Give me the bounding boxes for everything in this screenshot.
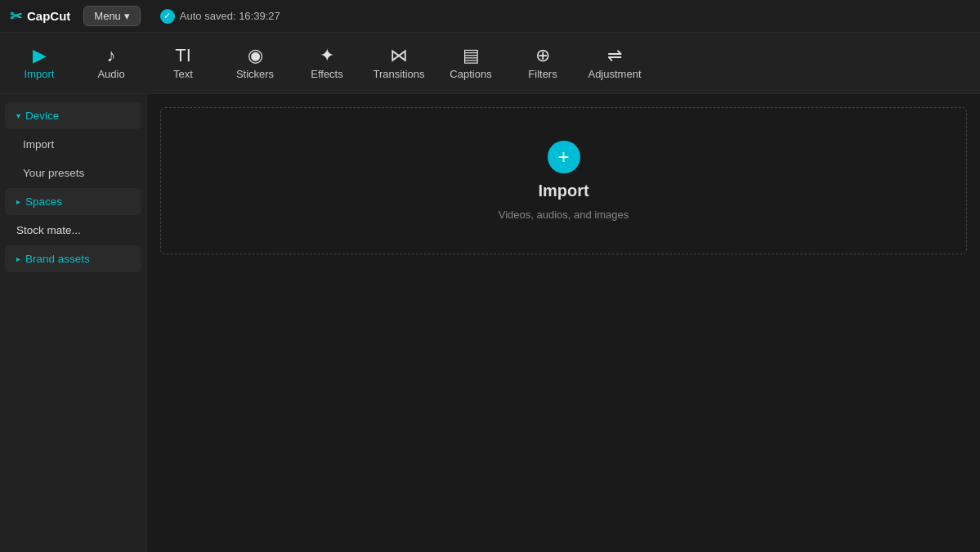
nav-label-adjustment: Adjustment <box>588 68 641 80</box>
sidebar-item-spaces[interactable]: ▸Spaces <box>5 188 141 215</box>
nav-label-captions: Captions <box>450 68 491 80</box>
nav-label-filters: Filters <box>528 68 557 80</box>
nav-item-text[interactable]: TIText <box>147 33 219 94</box>
adjustment-icon: ⇌ <box>607 47 622 65</box>
import-zone[interactable]: + Import Videos, audios, and images <box>160 107 967 254</box>
transitions-icon: ⋈ <box>390 47 408 65</box>
menu-label: Menu <box>94 10 121 22</box>
nav-label-effects: Effects <box>311 68 343 80</box>
arrow-icon-device: ▾ <box>16 111 20 120</box>
filters-icon: ⊕ <box>535 47 550 65</box>
logo-icon: ✂ <box>10 7 22 25</box>
import-area: + Import Videos, audios, and images <box>147 94 980 552</box>
logo: ✂ CapCut <box>10 7 70 25</box>
nav-label-text: Text <box>173 68 193 80</box>
arrow-icon-brand-assets: ▸ <box>16 254 20 263</box>
sidebar-item-import-sub[interactable]: Import <box>5 131 141 158</box>
menu-arrow-icon: ▾ <box>124 10 130 22</box>
sidebar-label-device: Device <box>25 110 59 122</box>
nav-item-stickers[interactable]: ◉Stickers <box>219 33 291 94</box>
nav-item-captions[interactable]: ▤Captions <box>435 33 507 94</box>
import-icon: ▶ <box>33 47 47 65</box>
sidebar-item-your-presets[interactable]: Your presets <box>5 159 141 186</box>
sidebar-item-brand-assets[interactable]: ▸Brand assets <box>5 245 141 272</box>
nav-item-transitions[interactable]: ⋈Transitions <box>363 33 435 94</box>
effects-icon: ✦ <box>320 47 334 65</box>
nav-item-import[interactable]: ▶Import <box>3 33 75 94</box>
logo-text: CapCut <box>27 9 70 23</box>
import-subtitle: Videos, audios, and images <box>499 209 629 221</box>
nav-label-transitions: Transitions <box>373 68 424 80</box>
sidebar: ▾DeviceImportYour presets▸SpacesStock ma… <box>0 94 147 552</box>
nav-item-audio[interactable]: ♪Audio <box>75 33 147 94</box>
captions-icon: ▤ <box>463 47 480 65</box>
autosave-indicator: ✓ Auto saved: 16:39:27 <box>160 9 280 24</box>
text-icon: TI <box>175 47 191 65</box>
audio-icon: ♪ <box>107 47 116 65</box>
arrow-icon-spaces: ▸ <box>16 197 20 206</box>
import-title: Import <box>538 182 588 200</box>
sidebar-item-stock-materials[interactable]: Stock mate... <box>5 217 141 244</box>
nav-label-stickers: Stickers <box>236 68 274 80</box>
autosave-text: Auto saved: 16:39:27 <box>180 10 280 22</box>
main-content: ▾DeviceImportYour presets▸SpacesStock ma… <box>0 94 980 552</box>
check-icon: ✓ <box>160 9 175 24</box>
import-plus-icon: + <box>548 141 580 173</box>
nav-item-effects[interactable]: ✦Effects <box>291 33 363 94</box>
nav-label-import: Import <box>25 68 55 80</box>
menu-button[interactable]: Menu ▾ <box>83 6 141 26</box>
nav-label-audio: Audio <box>97 68 124 80</box>
stickers-icon: ◉ <box>248 47 263 65</box>
sidebar-label-spaces: Spaces <box>25 195 62 208</box>
nav-item-filters[interactable]: ⊕Filters <box>507 33 579 94</box>
top-bar: ✂ CapCut Menu ▾ ✓ Auto saved: 16:39:27 <box>0 0 980 33</box>
nav-item-adjustment[interactable]: ⇌Adjustment <box>579 33 651 94</box>
sidebar-label-brand-assets: Brand assets <box>25 253 90 265</box>
nav-bar: ▶Import♪AudioTIText◉Stickers✦Effects⋈Tra… <box>0 33 980 94</box>
sidebar-item-device[interactable]: ▾Device <box>5 102 141 129</box>
